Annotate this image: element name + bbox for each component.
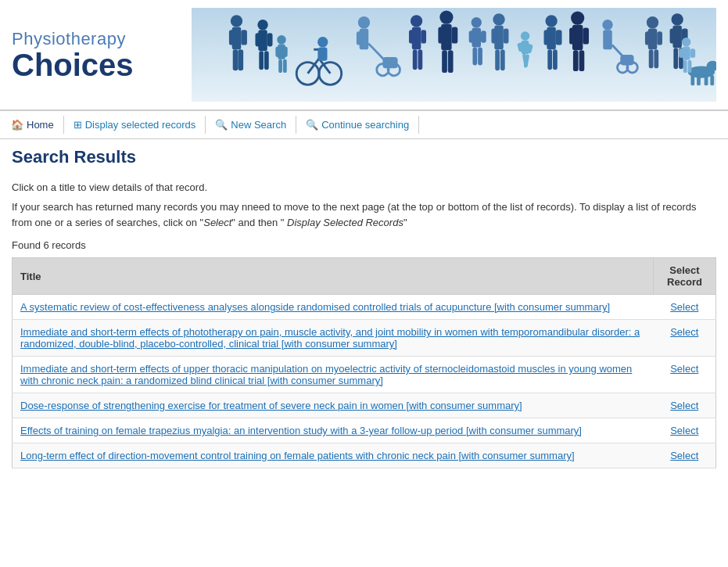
svg-rect-87 [654,49,658,68]
svg-rect-0 [192,8,716,102]
svg-rect-90 [670,28,676,43]
home-icon: 🏠 [11,119,23,131]
search-icon-new: 🔍 [215,119,228,131]
page-title: Search Results [12,147,716,170]
nav-display-selected[interactable]: ⊞ Display selected records [64,116,206,134]
record-title-link[interactable]: Long-term effect of direction-movement c… [20,450,575,461]
table-row: Dose-response of strengthening exercise … [13,393,716,418]
record-select-cell: Select [654,357,716,393]
nav-continue-label: Continue searching [321,119,409,131]
results-table: Title Select Record A systematic review … [12,257,716,468]
record-title-cell: Immediate and short-term effects of uppe… [13,357,654,393]
logo-area: Physiotherapy Choices [12,29,192,81]
svg-rect-68 [547,49,552,70]
table-row: Immediate and short-term effects of uppe… [13,357,716,393]
svg-point-88 [671,13,683,25]
svg-rect-36 [409,30,414,43]
table-row: A systematic review of cost-effectivenes… [13,295,716,320]
record-title-link[interactable]: Effects of training on female trapezius … [20,425,582,436]
record-select-cell: Select [654,295,716,320]
svg-rect-81 [620,55,633,65]
instructions-2-italic2: Display Selected Records [287,217,403,228]
svg-point-70 [571,11,584,24]
record-select-cell: Select [654,393,716,418]
svg-rect-54 [491,28,497,43]
content: Search Results Click on a title to view … [0,139,728,476]
svg-rect-105 [683,60,687,73]
select-link[interactable]: Select [670,425,698,436]
nav-new-search-label: New Search [231,119,286,131]
svg-point-40 [439,10,453,23]
instructions-1: Click on a title to view details of that… [12,181,716,193]
record-title-link[interactable]: Immediate and short-term effects of phot… [20,326,640,350]
svg-point-13 [277,35,286,45]
record-title-cell: Dose-response of strengthening exercise … [13,393,654,418]
svg-rect-26 [318,47,328,60]
svg-rect-57 [500,49,505,70]
svg-rect-18 [283,59,287,73]
nav-bar: 🏠 Home ⊞ Display selected records 🔍 New … [0,110,728,139]
instructions-2-italic1: Select [203,217,231,228]
svg-rect-15 [275,46,280,56]
nav-home-label: Home [27,119,54,131]
instructions-2-part2: " and then " [231,217,287,228]
svg-rect-11 [259,51,264,70]
svg-rect-38 [413,49,418,70]
svg-point-76 [602,20,612,30]
svg-rect-74 [573,50,579,71]
instructions-2-part3: " [403,217,407,228]
svg-rect-106 [688,60,692,73]
svg-rect-17 [278,59,282,73]
svg-rect-42 [438,27,444,44]
record-select-cell: Select [654,320,716,357]
svg-rect-67 [556,30,562,45]
nav-continue-searching[interactable]: 🔍 Continue searching [296,116,419,134]
svg-rect-16 [283,46,288,56]
svg-rect-3 [229,30,235,45]
record-title-cell: A systematic review of cost-effectivenes… [13,295,654,320]
svg-point-82 [647,16,658,28]
svg-rect-72 [569,27,576,44]
record-select-cell: Select [654,443,716,468]
nav-new-search[interactable]: 🔍 New Search [206,116,296,134]
svg-rect-12 [264,51,269,70]
instructions-2: If your search has returned many records… [12,199,716,230]
svg-rect-51 [478,47,482,65]
logo-top: Physiotherapy [12,29,192,49]
svg-rect-97 [690,75,694,85]
select-link[interactable]: Select [670,326,698,338]
svg-point-27 [358,16,370,28]
svg-rect-69 [553,49,558,70]
col-title: Title [13,258,654,295]
record-title-link[interactable]: Immediate and short-term effects of uppe… [20,363,632,386]
svg-point-1 [231,15,242,27]
svg-rect-99 [705,75,708,85]
record-title-link[interactable]: A systematic review of cost-effectivenes… [20,301,610,313]
svg-point-25 [317,37,328,47]
results-tbody: A systematic review of cost-effectivenes… [13,295,716,468]
svg-rect-56 [495,49,500,70]
select-link[interactable]: Select [670,400,698,411]
record-count: Found 6 records [12,239,716,251]
select-link[interactable]: Select [670,450,698,461]
svg-rect-9 [255,33,260,46]
svg-rect-85 [657,31,662,45]
svg-point-52 [493,13,504,25]
select-link[interactable]: Select [670,301,698,313]
svg-rect-5 [233,49,238,70]
nav-home[interactable]: 🏠 Home [8,116,64,134]
grid-icon: ⊞ [74,119,82,131]
select-link[interactable]: Select [670,363,698,375]
svg-rect-49 [481,31,486,42]
svg-point-7 [257,20,267,30]
svg-rect-4 [241,30,247,45]
svg-point-101 [682,38,691,47]
col-select-label: Select Record [667,264,702,288]
svg-rect-73 [583,27,589,44]
svg-rect-44 [442,50,447,73]
table-row: Immediate and short-term effects of phot… [13,320,716,357]
svg-rect-84 [645,31,651,45]
svg-rect-48 [469,31,475,42]
svg-rect-104 [690,48,695,58]
record-title-link[interactable]: Dose-response of strengthening exercise … [20,400,522,411]
